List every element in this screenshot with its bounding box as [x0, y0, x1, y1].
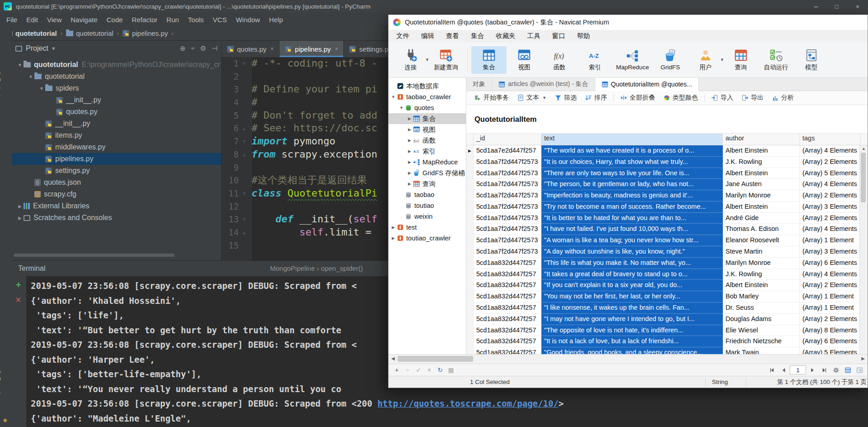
- delete-record-button[interactable]: −: [402, 365, 413, 375]
- cell-author[interactable]: Jane Austen: [723, 179, 800, 190]
- cell-id[interactable]: 5cd1aa7f2d447f2573: [474, 168, 541, 179]
- terminal-link[interactable]: http://quotes.toscrape.com/page/10/: [377, 398, 558, 408]
- chevron-collapsed-icon[interactable]: ▶: [407, 182, 413, 186]
- project-tree-item-middlewares-py[interactable]: middlewares.py: [12, 141, 221, 153]
- close-icon[interactable]: ×: [270, 46, 274, 52]
- project-tree-item-settings-py[interactable]: settings.py: [12, 165, 221, 177]
- cell-author[interactable]: Dr. Seuss: [723, 302, 800, 314]
- toolbar-autorun-button[interactable]: 自动运行: [759, 46, 794, 74]
- cell-text[interactable]: "It is our choices, Harry, that show wha…: [541, 157, 723, 168]
- cell-tags[interactable]: (Array) 4 Elements: [800, 224, 861, 235]
- nav-tree-item-toutiao-crawler[interactable]: ▶toutiao_crawler: [389, 233, 466, 244]
- breadcrumb-part[interactable]: open_spider(): [321, 264, 363, 272]
- cell-author[interactable]: Albert Einstein: [723, 168, 800, 179]
- cell-author[interactable]: Steve Martin: [723, 246, 800, 258]
- chevron-expanded-icon[interactable]: ▼: [16, 62, 24, 67]
- table-row[interactable]: 5cd1aa832d447f257"It is not a lack of lo…: [466, 336, 868, 347]
- grid-vertical-scrollbar[interactable]: ▲: [859, 145, 868, 354]
- nav-tree-item-索引[interactable]: ▶A-Z索引: [389, 146, 466, 157]
- cell-text[interactable]: "I like nonsense, it wakes up the brain …: [541, 302, 723, 314]
- toolbar-fx-button[interactable]: f(x)函数: [542, 46, 577, 74]
- cell-id[interactable]: 5cd1aa7f2d447f2573: [474, 190, 541, 202]
- fold-marker-icon[interactable]: ▿: [239, 57, 250, 70]
- cell-text[interactable]: "A day without sunshine is like, you kno…: [541, 246, 723, 258]
- toolbar-mapred-button[interactable]: MapReduce: [612, 47, 653, 73]
- cell-author[interactable]: André Gide: [723, 213, 800, 224]
- terminal-new-session-icon[interactable]: +: [16, 280, 21, 290]
- nav-tree-item-test[interactable]: ▶test: [389, 222, 466, 233]
- chevron-collapsed-icon[interactable]: ▶: [407, 171, 413, 175]
- table-row[interactable]: ▶5cd1aa7e2d447f257"The world as we have …: [466, 145, 868, 157]
- minimize-button[interactable]: ─: [806, 0, 826, 13]
- cell-text[interactable]: "The person, be it gentleman or lady, wh…: [541, 179, 723, 190]
- scroll-up-icon[interactable]: ▲: [860, 146, 868, 151]
- cell-tags[interactable]: (Array) 5 Elements: [800, 347, 861, 354]
- grid-toolbar-import-button[interactable]: 导入: [707, 94, 737, 102]
- project-tree-item--init-py[interactable]: __init__.py: [12, 118, 221, 130]
- grid-toolbar-doc-button[interactable]: 文本▼: [513, 94, 550, 102]
- cell-text[interactable]: "If you can't explain it to a six year o…: [541, 280, 723, 291]
- chevron-down-icon[interactable]: ▼: [51, 46, 56, 51]
- chevron-expanded-icon[interactable]: ▼: [390, 95, 396, 99]
- cell-author[interactable]: Albert Einstein: [723, 280, 800, 291]
- cell-author[interactable]: Mark Twain: [723, 347, 800, 354]
- cell-author[interactable]: Thomas A. Edison: [723, 224, 800, 235]
- chevron-collapsed-icon[interactable]: ▶: [407, 160, 413, 164]
- navicat-menu-item[interactable]: 工具: [522, 32, 546, 40]
- cell-id[interactable]: 5cd1aa832d447f257: [474, 302, 541, 314]
- table-row[interactable]: 5cd1aa7f2d447f2573"The person, be it gen…: [466, 179, 868, 190]
- cell-tags[interactable]: (Array) 1 Element: [800, 302, 861, 314]
- cell-text[interactable]: "This life is what you make it. No matte…: [541, 258, 723, 269]
- cell-tags[interactable]: (Array) 5 Elements: [800, 168, 861, 179]
- grid-toolbar-collapse-button[interactable]: 全部折叠: [616, 94, 659, 102]
- cell-id[interactable]: 5cd1aa7f2d447f2573: [474, 235, 541, 246]
- column-header-tags[interactable]: tags: [800, 134, 861, 145]
- fold-marker-icon[interactable]: ▿: [239, 213, 250, 226]
- cell-id[interactable]: 5cd1aa7f2d447f2573: [474, 213, 541, 224]
- cell-author[interactable]: Albert Einstein: [723, 145, 800, 157]
- grid-horizontal-scrollbar[interactable]: ◀ ▶: [389, 354, 868, 364]
- page-number-input[interactable]: 1: [790, 365, 806, 374]
- menu-item-help[interactable]: Help: [265, 16, 288, 24]
- hide-panel-icon[interactable]: ⊣: [212, 44, 218, 53]
- project-tree-item-quotes-py[interactable]: quotes.py: [12, 106, 221, 118]
- cell-tags[interactable]: (Array) 2 Elements: [800, 157, 861, 168]
- toolbar-bucket-button[interactable]: GridFS: [653, 47, 688, 73]
- close-button[interactable]: ×: [847, 0, 868, 13]
- add-record-button[interactable]: +: [391, 365, 402, 375]
- navicat-menu-item[interactable]: 帮助: [571, 32, 596, 40]
- project-tree-item-pipelines-py[interactable]: pipelines.py: [12, 153, 221, 165]
- menu-item-tools[interactable]: Tools: [184, 16, 209, 24]
- cell-id[interactable]: 5cd1aa832d447f257: [474, 280, 541, 291]
- cell-tags[interactable]: (Array) 2 Elements: [800, 280, 861, 291]
- column-header-id[interactable]: _id: [474, 134, 541, 145]
- tree-view-toggle[interactable]: [854, 365, 865, 375]
- grid-toolbar-analyze-button[interactable]: 分析: [768, 94, 798, 102]
- cell-text[interactable]: "It is better to be hated for what you a…: [541, 213, 723, 224]
- last-page-button[interactable]: [819, 365, 830, 375]
- project-tree-item-quotes-json[interactable]: {}quotes.json: [12, 177, 221, 188]
- menu-item-view[interactable]: View: [43, 16, 66, 24]
- grid-view-toggle[interactable]: [842, 365, 853, 375]
- close-icon[interactable]: ×: [335, 46, 338, 52]
- memo-button[interactable]: ▦: [446, 365, 456, 375]
- grid-toolbar-export-button[interactable]: 导出: [737, 94, 768, 102]
- cell-author[interactable]: Marilyn Monroe: [723, 258, 800, 269]
- cell-author[interactable]: Bob Marley: [723, 291, 800, 302]
- menu-item-code[interactable]: Code: [102, 16, 127, 24]
- project-tree-item-scrapy-cfg[interactable]: scrapy.cfg: [12, 188, 221, 200]
- nav-tree-item-本地数据库[interactable]: 本地数据库: [389, 81, 466, 91]
- fold-marker-icon[interactable]: ▿: [239, 187, 250, 200]
- cell-author[interactable]: Friedrich Nietzsche: [723, 336, 800, 347]
- object-tab[interactable]: articles @weixin (test) - 集合: [492, 78, 595, 91]
- navicat-menu-item[interactable]: 集合: [465, 32, 490, 40]
- toolbar-az-button[interactable]: A-Z索引: [577, 46, 612, 74]
- project-horizontal-scrollbar[interactable]: [14, 254, 175, 257]
- locate-icon[interactable]: ⊕: [180, 44, 186, 53]
- scroll-left-icon[interactable]: ◀: [391, 356, 395, 361]
- nav-tree-item-quotes[interactable]: ▼quotes: [389, 102, 466, 113]
- cell-tags[interactable]: (Array) 2 Elements: [800, 213, 861, 224]
- table-row[interactable]: 5cd1aa7f2d447f2573"There are only two wa…: [466, 168, 868, 179]
- scrollbar-thumb[interactable]: [398, 356, 473, 362]
- project-tree-item-external-libraries[interactable]: ▶External Libraries: [12, 200, 221, 212]
